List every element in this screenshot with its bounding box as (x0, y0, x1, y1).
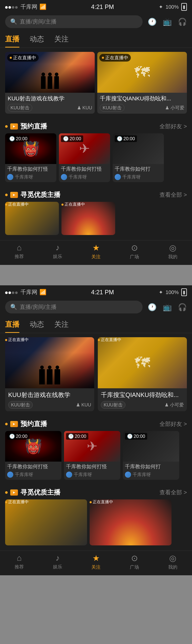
thumb-big-map: 正在直播中 (98, 337, 187, 388)
sched-username-2: 千库库呀 (69, 174, 87, 180)
wifi-icon-2: 📶 (39, 289, 46, 296)
search-input-2[interactable]: 🔍 直播/房间/主播 (5, 301, 143, 313)
nav-recommend[interactable]: ⌂ 推荐 (0, 243, 38, 260)
section-icon-2 (10, 192, 18, 198)
browse-badge-text-2-2: 正在直播中 (93, 500, 113, 504)
live-cards-big-row: 正在直播中 KUU射击游戏在线教学 KUU射击 ♟ KUU (0, 333, 192, 415)
card-user-big-1: ♟ KUU (76, 402, 91, 408)
scheduled-more[interactable]: 全部好友 > (159, 123, 187, 130)
sched-card-2-3[interactable]: 🕐 20:00 千库教你如何打 千库库呀 (123, 431, 179, 480)
live-card-1[interactable]: 正在直播中 KUU射击游戏在线教学 KUU射击 ♟ KUU (5, 52, 95, 114)
tv-icon-2[interactable]: 📺 (163, 303, 172, 311)
browse-section-header: 寻觅优质主播 查看全部 > (0, 186, 192, 202)
time-display: 4:21 PM (91, 3, 114, 10)
live-card-big-2[interactable]: 正在直播中 千库搜宝QIANKU得劲吆和... KUU射击 ♟ 小可爱 (98, 337, 187, 411)
sched-card-2[interactable]: 🕐 20:00 千库教你如何打怪 千库库呀 (59, 133, 110, 182)
nav-plaza-label: 广场 (130, 254, 139, 260)
tab-live[interactable]: 直播 (5, 31, 19, 48)
bluetooth-icon-2: ✦ (159, 289, 163, 295)
nav-recommend-2[interactable]: ⌂ 推荐 (0, 553, 38, 570)
browse-card-1[interactable]: 正在直播中 (5, 202, 59, 235)
soldier-2 (48, 76, 52, 89)
nav-follow[interactable]: ★ 关注 (77, 243, 115, 260)
sched-username-1: 千库库呀 (15, 174, 33, 180)
sched-user-2: 千库库呀 (59, 174, 110, 182)
plaza-icon-2: ⊙ (131, 553, 138, 563)
card-meta-big-1: KUU射击 ♟ KUU (8, 401, 91, 409)
headphone-icon-2[interactable]: 🎧 (178, 303, 187, 311)
tab-follow-2[interactable]: 关注 (54, 316, 69, 333)
sched-card-2-1[interactable]: 🕐 20:00 千库教你如何打怪 千库库呀 (5, 431, 61, 480)
headphone-icon[interactable]: 🎧 (178, 18, 187, 26)
browse-badge-text-1: 正在直播中 (8, 202, 29, 206)
nav-plaza[interactable]: ⊙ 广场 (115, 243, 154, 260)
sched-thumb-1: 🕐 20:00 (5, 133, 56, 164)
scheduled-title: 预约直播 (5, 122, 47, 131)
search-icon-2: 🔍 (10, 304, 17, 310)
nav-mine[interactable]: ◎ 我的 (154, 243, 192, 260)
scheduled-title-2: 预约直播 (5, 419, 47, 428)
tab-dynamic[interactable]: 动态 (30, 31, 44, 48)
sched-thumb-2-3: 🕐 20:00 (123, 431, 179, 462)
live-badge-big-text-1: 正在直播中 (8, 337, 29, 342)
scheduled-more-2[interactable]: 全部好友 > (159, 420, 187, 428)
avatar-2 (61, 174, 67, 180)
card-title-big-2: 千库搜宝QIANKU得劲吆和... (101, 391, 184, 399)
card-title-1: KUU射击游戏在线教学 (8, 95, 92, 102)
nav-plaza-2[interactable]: ⊙ 广场 (115, 553, 154, 570)
search-icon: 🔍 (10, 18, 17, 25)
history-icon[interactable]: 🕐 (148, 18, 157, 26)
browse-more[interactable]: 查看全部 > (159, 191, 187, 199)
battery-icon-2: ▮ (181, 288, 187, 296)
soldier-big-1 (39, 369, 45, 384)
status-bar: 千库网 📶 4:21 PM ✦ 100% ▮ (0, 0, 192, 13)
browse-more-2[interactable]: 查看全部 > (159, 489, 187, 496)
scheduled-more-text-2: 全部好友 > (159, 420, 187, 428)
search-input-container[interactable]: 🔍 直播/房间/主播 (5, 15, 143, 28)
sched-user-2-3: 千库库呀 (123, 472, 179, 480)
tab-dynamic-2[interactable]: 动态 (30, 316, 44, 333)
follow-icon: ★ (92, 243, 100, 253)
nav-entertainment[interactable]: ♪ 娱乐 (38, 243, 77, 260)
recommend-icon-2: ⌂ (17, 553, 22, 563)
nav-follow-2[interactable]: ★ 关注 (77, 553, 115, 570)
orange-dot-4 (5, 491, 8, 494)
sched-label-3: 千库教你如何打 (113, 164, 164, 174)
status-left-2: 千库网 📶 (5, 288, 46, 296)
thumb-map: 正在直播中 (97, 52, 187, 93)
sched-card-2-2[interactable]: 🕐 20:00 千库教你如何打怪 千库库呀 (64, 431, 120, 480)
tv-icon[interactable]: 📺 (163, 18, 172, 26)
sched-time-val-2-1: 20:00 (16, 434, 27, 439)
sched-time-text-3: 20:00 (123, 136, 135, 142)
browse-cards-row: 正在直播中 正在直播中 (0, 202, 192, 240)
sched-card-3[interactable]: 🕐 20:00 千库教你如何打 千库库呀 (113, 133, 164, 182)
tab-follow[interactable]: 关注 (54, 31, 69, 48)
wifi-icon: 📶 (39, 4, 46, 10)
card-user-2: ♟ 小可爱 (165, 105, 184, 111)
tab-live-2[interactable]: 直播 (5, 316, 19, 333)
sched-card-1[interactable]: 🕐 20:00 千库教你如何打怪 千库库呀 (5, 133, 56, 182)
avatar-2-3 (125, 472, 131, 478)
browse-card-2-2[interactable]: 正在直播中 (90, 499, 172, 545)
main-content: 正在直播中 KUU射击游戏在线教学 KUU射击 ♟ KUU (0, 48, 192, 240)
live-badge-2: 正在直播中 (99, 54, 131, 62)
sched-label-2-3: 千库教你如何打 (123, 462, 179, 472)
sched-user-2-2: 千库库呀 (64, 472, 120, 480)
bluetooth-icon: ✦ (159, 4, 163, 10)
signal-dots (5, 4, 18, 10)
nav-entertainment-2[interactable]: ♪ 娱乐 (38, 553, 77, 570)
nav-mine-2[interactable]: ◎ 我的 (154, 553, 192, 570)
live-card-2[interactable]: 正在直播中 千库搜宝QIANKU得劲吆和... KUU射击 ♟ 小可爱 (97, 52, 187, 114)
history-icon-2[interactable]: 🕐 (148, 303, 157, 311)
follow-icon-2: ★ (92, 553, 100, 563)
live-dot-4 (61, 204, 63, 206)
search-placeholder: 直播/房间/主播 (20, 18, 57, 26)
card-meta-2: KUU射击 ♟ 小可爱 (100, 104, 184, 112)
browse-card-2[interactable]: 正在直播中 (61, 202, 115, 235)
sched-time-val-2-3: 20:00 (134, 434, 145, 439)
sched-thumb-2: 🕐 20:00 (59, 133, 110, 164)
browse-card-2-1[interactable]: 正在直播中 (5, 499, 87, 545)
nav-mine-label-2: 我的 (168, 564, 177, 570)
live-dot (10, 57, 12, 59)
live-card-big-1[interactable]: 正在直播中 KUU射击游戏在线教学 KUU射击 ♟ KUU (5, 337, 94, 411)
